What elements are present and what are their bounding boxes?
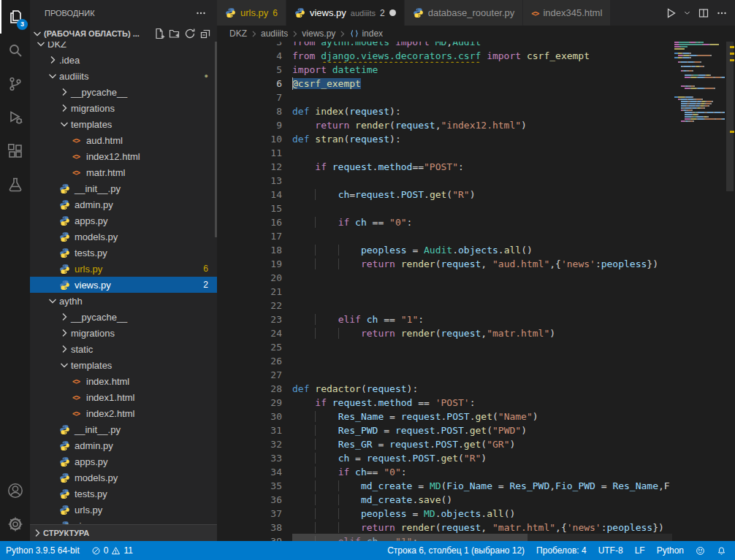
code-line-content[interactable]: ch=request.POST.get("R") xyxy=(292,188,672,202)
code-line-content[interactable] xyxy=(292,146,672,160)
tree-item-migrations[interactable]: migrations xyxy=(30,325,217,341)
python-interpreter-status[interactable]: Python 3.9.5 64-bit xyxy=(0,541,85,560)
tree-item-pycache[interactable]: __pycache__ xyxy=(30,309,217,325)
tree-item-templates[interactable]: templates xyxy=(30,357,217,373)
activity-item-testing[interactable] xyxy=(0,168,30,202)
code-line-content[interactable]: from django.views.decorators.csrf import… xyxy=(292,49,672,63)
code-line-content[interactable]: Res_Name = request.POST.get("Name") xyxy=(292,410,672,423)
code-line-content[interactable]: peopless = Audit.objects.all() xyxy=(292,243,672,257)
code-line-content[interactable]: if ch== "0": xyxy=(292,465,672,479)
tree-item-aythh[interactable]: aythh xyxy=(30,293,217,309)
code-line-content[interactable]: if request.method=="POST": xyxy=(292,160,672,174)
collapse-folders-button[interactable] xyxy=(199,28,211,39)
scrollbar-thumb[interactable] xyxy=(726,42,734,191)
breadcrumb-item-dkz[interactable]: DKZ xyxy=(229,28,248,39)
new-folder-button[interactable] xyxy=(169,28,180,39)
breadcrumb-symbol-index[interactable]: index xyxy=(349,28,384,39)
problems-status[interactable]: 0 11 xyxy=(85,541,139,560)
tree-item-index-html[interactable]: <>index.html xyxy=(30,373,217,389)
tree-item-idea[interactable]: .idea xyxy=(30,52,217,68)
tree-item-migrations[interactable]: migrations xyxy=(30,100,217,116)
tree-item-urls-py[interactable]: urls.py6 xyxy=(30,261,217,277)
tree-item-models-py[interactable]: models.py xyxy=(30,229,217,245)
code-line-content[interactable]: @csrf_exempt xyxy=(292,77,672,91)
tree-item-apps-py[interactable]: apps.py xyxy=(30,453,217,469)
code-line-content[interactable]: if ch == "0": xyxy=(292,215,672,229)
code-line-content[interactable]: elif ch == "1": xyxy=(292,312,672,326)
code-line-content[interactable] xyxy=(292,202,672,215)
code-line-content[interactable]: return render(request,"matr.html") xyxy=(292,326,672,340)
code-line-content[interactable]: return render(request, "aud.html",{'news… xyxy=(292,257,672,271)
run-dropdown-icon[interactable] xyxy=(683,9,691,17)
sidebar-scrollbar[interactable] xyxy=(215,42,217,237)
tab-database-roouter-py[interactable]: database_roouter.py xyxy=(405,0,523,26)
explorer-more-actions-icon[interactable] xyxy=(195,7,207,19)
code-line-content[interactable]: from aythh.models import MD,Audit xyxy=(292,42,672,49)
code-line-content[interactable] xyxy=(292,299,672,312)
code-line-content[interactable]: def redactor(request): xyxy=(292,382,672,396)
code-line-content[interactable] xyxy=(292,229,672,243)
cursor-position-status[interactable]: Строка 6, столбец 1 (выбрано 12) xyxy=(381,545,530,556)
tree-item-tests-py[interactable]: tests.py xyxy=(30,245,217,261)
vertical-scrollbar[interactable] xyxy=(725,42,735,541)
refresh-explorer-button[interactable] xyxy=(184,28,196,39)
split-editor-button[interactable] xyxy=(698,7,709,19)
tab-index345-html[interactable]: <>index345.html xyxy=(523,0,610,26)
tree-item-tests-py[interactable]: tests.py xyxy=(30,486,217,502)
tree-item-admin-py[interactable]: admin.py xyxy=(30,437,217,453)
activity-item-extensions[interactable] xyxy=(0,134,30,168)
new-file-button[interactable] xyxy=(153,28,165,39)
tree-item-init-py[interactable]: __init__.py xyxy=(30,180,217,196)
code-line-content[interactable]: if request.method == 'POST': xyxy=(292,396,672,410)
tab-views-py[interactable]: views.pyaudiiits2 xyxy=(286,0,404,26)
activity-item-explorer[interactable]: 3 xyxy=(0,0,30,34)
code-line-content[interactable] xyxy=(292,271,672,285)
tree-item-urls-py[interactable]: urls.py xyxy=(30,502,217,518)
breadcrumb-item-audiiits[interactable]: audiiits xyxy=(260,28,289,39)
code-line-content[interactable]: peopless = MD.objects.all() xyxy=(292,507,672,521)
activity-item-search[interactable] xyxy=(0,34,30,67)
tree-item-apps-py[interactable]: apps.py xyxy=(30,212,217,229)
tree-item-index12-html[interactable]: <>index12.html xyxy=(30,148,217,164)
indentation-status[interactable]: Пробелов: 4 xyxy=(530,545,593,556)
tree-item-index2-html[interactable]: <>index2.html xyxy=(30,405,217,421)
activity-item-source-control[interactable] xyxy=(0,67,30,101)
minimap[interactable] xyxy=(672,42,725,541)
activity-item-settings[interactable] xyxy=(0,507,30,541)
code-line-content[interactable]: Res_GR = request.POST.get("GR") xyxy=(292,437,672,451)
run-python-file-button[interactable] xyxy=(665,7,677,19)
code-line-content[interactable]: md_create.save() xyxy=(292,493,672,507)
tree-item-aud-html[interactable]: <>aud.html xyxy=(30,132,217,148)
feedback-button[interactable] xyxy=(690,546,711,556)
tree-item-pycache[interactable]: __pycache__ xyxy=(30,84,217,100)
code-line-content[interactable]: def stran(request): xyxy=(292,132,672,146)
tree-item-index1-html[interactable]: <>index1.html xyxy=(30,389,217,405)
code-line-content[interactable]: return render(request, "matr.html",{'new… xyxy=(292,521,672,534)
outline-section-header[interactable]: СТРУКТУРА xyxy=(30,524,217,541)
code-line-content[interactable]: import datetime xyxy=(292,63,672,77)
tree-item-admin-py[interactable]: admin.py xyxy=(30,196,217,212)
code-line-content[interactable] xyxy=(292,368,672,382)
tab-urls-py[interactable]: urls.py6 xyxy=(217,0,286,26)
eol-status[interactable]: LF xyxy=(629,545,651,556)
code-line-content[interactable] xyxy=(292,174,672,188)
code-line-content[interactable]: ch = request.POST.get("R") xyxy=(292,451,672,465)
tree-item-audiiits[interactable]: audiiits● xyxy=(30,68,217,84)
tree-item-matr-html[interactable]: <>matr.html xyxy=(30,164,217,180)
breadcrumb-item-views-py[interactable]: views.py xyxy=(301,28,336,39)
workspace-section-header[interactable]: (РАБОЧАЯ ОБЛАСТЬ) ... xyxy=(30,26,217,42)
encoding-status[interactable]: UTF-8 xyxy=(593,545,629,556)
tree-item-models-py[interactable]: models.py xyxy=(30,469,217,486)
code-line-content[interactable] xyxy=(292,91,672,104)
activity-item-run-debug[interactable] xyxy=(0,101,30,134)
tree-item-views-py[interactable]: views.py2 xyxy=(30,277,217,293)
code-line-content[interactable] xyxy=(292,340,672,354)
code-line-content[interactable]: md_create = MD(Fio_Name = Res_PWD,Fio_PW… xyxy=(292,479,672,493)
code-line-content[interactable] xyxy=(292,285,672,299)
code-line-content[interactable]: Res_PWD = request.POST.get("PWD") xyxy=(292,423,672,437)
horizontal-scrollbar[interactable] xyxy=(292,534,672,541)
tree-item-init-py[interactable]: __init__.py xyxy=(30,421,217,437)
language-mode-status[interactable]: Python xyxy=(651,545,690,556)
activity-item-account[interactable] xyxy=(0,474,30,507)
tree-item-templates[interactable]: templates xyxy=(30,116,217,132)
